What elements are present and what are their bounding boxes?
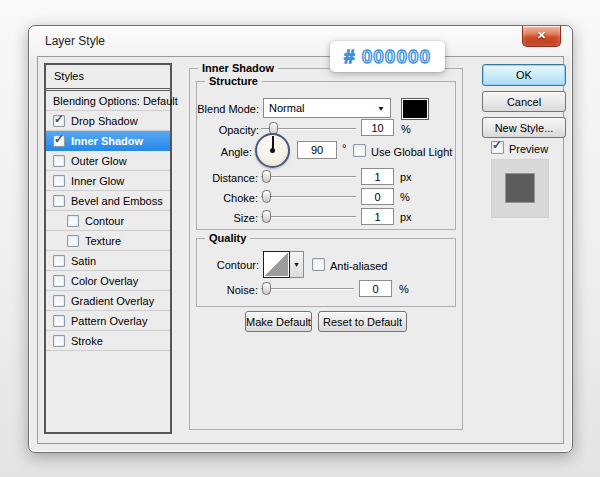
angle-label: Angle: [151,146,252,158]
sidebar-item-drop-shadow[interactable]: ✓ Drop Shadow [46,111,170,131]
size-slider-thumb[interactable] [262,210,271,223]
checkbox-icon[interactable]: ✓ [53,135,65,147]
preview-checkbox[interactable]: ✓ [491,141,504,154]
sidebar-item-bevel-and-emboss[interactable]: ✓ Bevel and Emboss [46,191,170,211]
slider-track [261,288,354,289]
chevron-down-icon: ▼ [377,104,385,112]
angle-unit: ° [342,142,346,154]
contour-dropdown-button[interactable]: ▼ [290,251,304,278]
distance-slider[interactable] [261,170,356,183]
sidebar-item-blending-options[interactable]: Blending Options: Default [46,91,170,111]
dialog-content: Styles Blending Options: Default ✓ Drop … [37,56,564,444]
desktop-background: Layer Style ✕ Styles Blending Options: D… [0,0,600,477]
use-global-light-checkbox[interactable]: ✓ [353,144,366,157]
checkbox-icon[interactable]: ✓ [53,175,65,187]
anti-aliased-checkbox[interactable]: ✓ [312,258,325,271]
opacity-label: Opacity: [158,124,259,136]
slider-track [261,196,356,197]
new-style-button[interactable]: New Style... [482,117,566,138]
check-icon: ✓ [54,132,64,146]
use-global-light-label: Use Global Light [371,146,452,158]
angle-input[interactable] [297,141,337,159]
anti-aliased-label: Anti-aliased [330,260,387,272]
style-preview-inner-square [505,173,535,203]
close-icon: ✕ [537,29,546,41]
choke-unit: % [400,191,410,203]
slider-track [261,216,356,217]
size-slider[interactable] [261,210,356,223]
checkbox-icon[interactable]: ✓ [53,335,65,347]
checkbox-icon[interactable]: ✓ [53,315,65,327]
noise-slider[interactable] [261,282,354,295]
checkbox-icon[interactable]: ✓ [67,215,79,227]
checkbox-icon[interactable]: ✓ [67,235,79,247]
sidebar-item-inner-glow[interactable]: ✓ Inner Glow [46,171,170,191]
reset-to-default-button[interactable]: Reset to Default [318,311,407,332]
blend-mode-label: Blend Mode: [158,103,259,115]
size-input[interactable] [361,208,394,225]
shadow-color-swatch[interactable] [401,98,429,120]
title-bar[interactable]: Layer Style ✕ [29,26,572,56]
cancel-button[interactable]: Cancel [482,91,566,112]
size-unit: px [400,211,412,223]
blend-mode-value: Normal [269,102,304,114]
choke-label: Choke: [157,192,258,204]
quality-group-title: Quality [205,232,250,244]
checkbox-icon[interactable]: ✓ [53,195,65,207]
blend-mode-select[interactable]: Normal ▼ [263,98,391,118]
checkbox-icon[interactable]: ✓ [53,115,65,127]
preview-label: Preview [509,143,548,155]
opacity-unit: % [401,123,411,135]
structure-group-title: Structure [205,75,262,87]
sidebar-item-gradient-overlay[interactable]: ✓ Gradient Overlay [46,291,170,311]
styles-list: Styles Blending Options: Default ✓ Drop … [44,63,172,434]
distance-slider-thumb[interactable] [262,170,271,183]
distance-unit: px [400,171,412,183]
contour-picker[interactable] [263,251,290,278]
dialog-title: Layer Style [45,34,105,48]
color-value-tooltip: # 000000 [330,41,445,72]
color-value-text: # 000000 [344,46,431,68]
opacity-input[interactable] [361,119,394,136]
checkbox-icon[interactable]: ✓ [53,255,65,267]
inner-shadow-group-title: Inner Shadow [198,62,278,74]
sidebar-item-color-overlay[interactable]: ✓ Color Overlay [46,271,170,291]
checkbox-icon[interactable]: ✓ [53,155,65,167]
sidebar-item-stroke[interactable]: ✓ Stroke [46,331,170,351]
sidebar-item-pattern-overlay[interactable]: ✓ Pattern Overlay [46,311,170,331]
sidebar-item-contour[interactable]: ✓ Contour [46,211,170,231]
noise-input[interactable] [359,280,392,297]
close-button[interactable]: ✕ [522,26,561,47]
style-preview-thumbnail [491,159,549,218]
layer-style-dialog: Layer Style ✕ Styles Blending Options: D… [28,25,573,453]
make-default-button[interactable]: Make Default [245,311,312,332]
check-icon: ✓ [54,112,64,126]
check-icon: ✓ [492,138,502,152]
noise-slider-thumb[interactable] [262,282,271,295]
distance-label: Distance: [157,172,258,184]
angle-hub-icon [270,148,275,153]
contour-label: Contour: [158,259,259,271]
choke-slider-thumb[interactable] [262,190,271,203]
checkbox-icon[interactable]: ✓ [53,275,65,287]
choke-slider[interactable] [261,190,356,203]
noise-unit: % [399,283,409,295]
noise-label: Noise: [157,284,258,296]
size-label: Size: [157,212,258,224]
styles-list-header: Styles [46,65,170,91]
sidebar-item-satin[interactable]: ✓ Satin [46,251,170,271]
distance-input[interactable] [361,168,394,185]
checkbox-icon[interactable]: ✓ [53,295,65,307]
ok-button[interactable]: OK [482,64,566,86]
angle-dial[interactable] [255,133,290,168]
chevron-down-icon: ▼ [293,261,300,268]
quality-group: Quality [196,238,456,307]
sidebar-item-texture[interactable]: ✓ Texture [46,231,170,251]
slider-track [261,176,356,177]
choke-input[interactable] [361,188,394,205]
